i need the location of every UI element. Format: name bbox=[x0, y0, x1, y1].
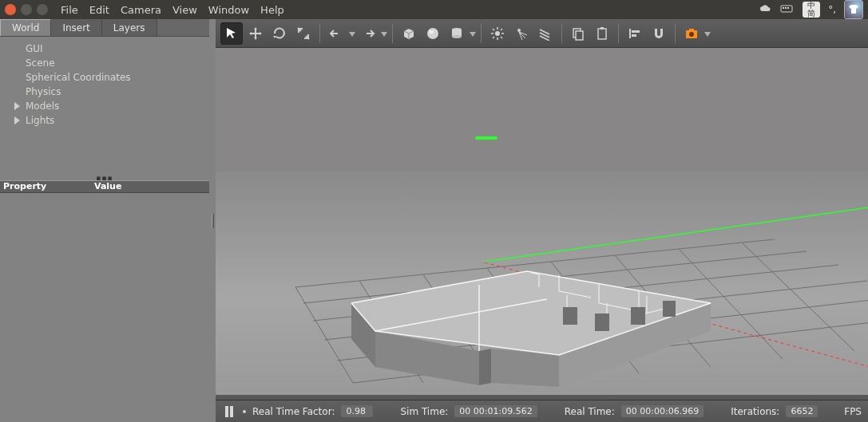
svg-point-4 bbox=[427, 28, 438, 39]
titlebar: File Edit Camera View Window Help 中 简 °, bbox=[0, 0, 868, 19]
point-light-icon[interactable] bbox=[486, 22, 509, 45]
ime-bot: 简 bbox=[807, 10, 815, 18]
toolbar-separator bbox=[392, 24, 393, 43]
add-cylinder-icon[interactable] bbox=[446, 22, 468, 45]
svg-point-18 bbox=[517, 29, 521, 32]
tab-world[interactable]: World bbox=[0, 19, 51, 36]
toolbar-separator bbox=[561, 24, 562, 43]
redo-menu-caret-icon[interactable] bbox=[381, 28, 387, 39]
window-maximize-button[interactable] bbox=[37, 4, 48, 15]
svg-line-17 bbox=[493, 37, 494, 38]
real-time-label: Real Time: bbox=[565, 406, 615, 417]
tree-item-models[interactable]: Models bbox=[0, 99, 209, 113]
toolbar-separator bbox=[618, 24, 619, 43]
svg-marker-52 bbox=[491, 349, 559, 387]
tab-insert[interactable]: Insert bbox=[51, 19, 101, 36]
tab-layers[interactable]: Layers bbox=[102, 19, 157, 36]
value-col[interactable]: Value bbox=[94, 181, 209, 192]
add-box-icon[interactable] bbox=[398, 22, 420, 45]
menu-view[interactable]: View bbox=[172, 4, 197, 16]
cloud-icon[interactable] bbox=[759, 4, 772, 16]
tool-scale-icon[interactable] bbox=[292, 22, 315, 45]
real-time-factor-value: 0.98 bbox=[341, 405, 373, 417]
svg-point-5 bbox=[429, 30, 434, 34]
copy-icon[interactable] bbox=[567, 22, 589, 45]
svg-rect-57 bbox=[595, 314, 609, 331]
tool-translate-icon[interactable] bbox=[244, 22, 267, 45]
snap-magnet-icon[interactable] bbox=[648, 22, 670, 45]
toolbar-separator bbox=[319, 24, 320, 43]
menu-camera[interactable]: Camera bbox=[121, 4, 161, 16]
svg-rect-25 bbox=[600, 27, 604, 30]
menu-file[interactable]: File bbox=[61, 4, 78, 16]
property-panel: ▪▪▪ Property Value bbox=[0, 176, 209, 193]
toolbar-separator bbox=[481, 24, 482, 43]
menu-edit[interactable]: Edit bbox=[89, 4, 109, 16]
ime-indicator[interactable]: 中 简 bbox=[803, 2, 820, 18]
system-tray: 中 简 °, bbox=[759, 0, 863, 19]
3d-viewport[interactable]: Real Time Factor: 0.98 Sim Time: 00 00:0… bbox=[216, 48, 868, 422]
snap-align-icon[interactable] bbox=[624, 22, 646, 45]
tree-item-physics[interactable]: Physics bbox=[0, 85, 209, 99]
tool-select-arrow[interactable] bbox=[220, 22, 243, 45]
window-minimize-button[interactable] bbox=[21, 4, 32, 15]
main-area: World Insert Layers GUI Scene Spherical … bbox=[0, 19, 868, 422]
svg-point-9 bbox=[495, 31, 500, 36]
tree-item-scene[interactable]: Scene bbox=[0, 56, 209, 70]
svg-line-15 bbox=[501, 37, 502, 38]
world-tree[interactable]: GUI Scene Spherical Coordinates Physics … bbox=[0, 37, 209, 128]
directional-light-icon[interactable] bbox=[534, 22, 557, 45]
svg-line-14 bbox=[493, 29, 494, 30]
svg-rect-2 bbox=[785, 7, 787, 9]
tree-label-models: Models bbox=[26, 101, 59, 112]
screenshot-icon[interactable] bbox=[680, 22, 703, 45]
toolbar bbox=[216, 19, 868, 48]
svg-rect-27 bbox=[632, 30, 640, 33]
real-time-factor-label: Real Time Factor: bbox=[252, 406, 335, 417]
menubar: File Edit Camera View Window Help bbox=[61, 4, 284, 16]
svg-rect-59 bbox=[663, 301, 676, 317]
sim-time-label: Sim Time: bbox=[400, 406, 448, 417]
panel-splitter[interactable] bbox=[209, 19, 216, 422]
tree-item-lights[interactable]: Lights bbox=[0, 113, 209, 128]
user-avatar-icon[interactable] bbox=[844, 0, 863, 19]
toolbar-separator bbox=[675, 24, 676, 43]
sidebar: World Insert Layers GUI Scene Spherical … bbox=[0, 19, 209, 422]
spot-light-icon[interactable] bbox=[510, 22, 533, 45]
property-col[interactable]: Property bbox=[0, 181, 94, 192]
tree-label-lights: Lights bbox=[26, 115, 54, 126]
keyboard-icon[interactable] bbox=[780, 4, 793, 16]
redo-icon[interactable] bbox=[357, 22, 379, 45]
status-dot-icon bbox=[243, 410, 246, 413]
svg-rect-1 bbox=[783, 7, 784, 9]
iterations-label: Iterations: bbox=[731, 406, 779, 417]
property-header: Property Value bbox=[0, 180, 209, 193]
svg-point-8 bbox=[452, 35, 462, 38]
screenshot-menu-caret-icon[interactable] bbox=[704, 28, 711, 39]
expand-icon[interactable] bbox=[14, 101, 21, 112]
svg-rect-23 bbox=[576, 31, 583, 40]
tree-item-gui[interactable]: GUI bbox=[0, 41, 209, 56]
sidebar-tabs: World Insert Layers bbox=[0, 19, 209, 37]
status-bar: Real Time Factor: 0.98 Sim Time: 00 00:0… bbox=[216, 400, 868, 422]
tool-rotate-icon[interactable] bbox=[268, 22, 291, 45]
svg-rect-3 bbox=[787, 7, 789, 9]
svg-rect-56 bbox=[563, 307, 577, 325]
z-axis-origin-marker bbox=[475, 136, 497, 140]
building-model[interactable] bbox=[319, 227, 735, 387]
svg-marker-51 bbox=[479, 349, 491, 385]
right-area: Real Time Factor: 0.98 Sim Time: 00 00:0… bbox=[216, 19, 868, 422]
paste-icon[interactable] bbox=[591, 22, 613, 45]
menu-window[interactable]: Window bbox=[208, 4, 249, 16]
undo-icon[interactable] bbox=[325, 22, 347, 45]
undo-menu-caret-icon[interactable] bbox=[349, 28, 355, 39]
svg-point-30 bbox=[689, 32, 694, 37]
menu-help[interactable]: Help bbox=[260, 4, 284, 16]
add-sphere-icon[interactable] bbox=[422, 22, 444, 45]
pause-button[interactable] bbox=[222, 404, 236, 419]
tree-item-spherical[interactable]: Spherical Coordinates bbox=[0, 70, 209, 85]
expand-icon[interactable] bbox=[14, 116, 21, 127]
shape-menu-caret-icon[interactable] bbox=[470, 28, 476, 39]
window-close-button[interactable] bbox=[5, 4, 16, 15]
iterations-value: 6652 bbox=[786, 405, 818, 417]
